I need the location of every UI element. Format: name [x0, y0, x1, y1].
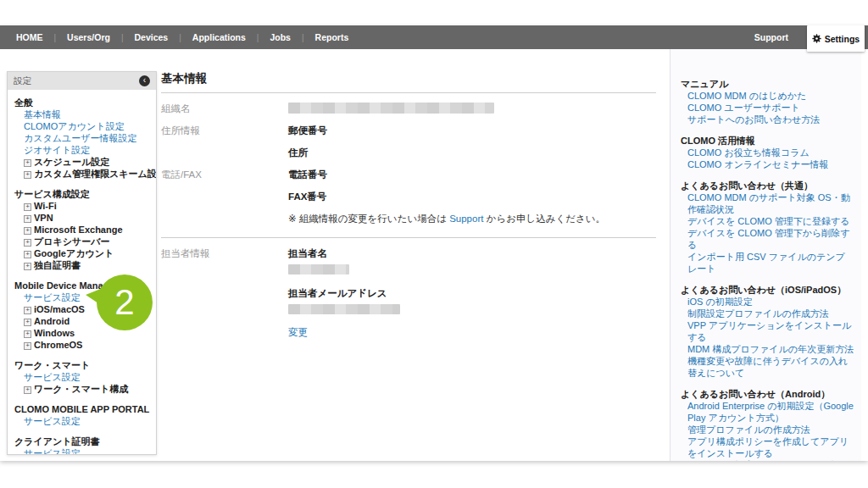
expand-plus-icon[interactable]: +	[24, 342, 31, 350]
expand-plus-icon[interactable]: +	[24, 386, 31, 394]
address-sub-label: 住所	[288, 147, 308, 159]
sidebar-item[interactable]: +プロキシサーバー	[14, 236, 149, 247]
org-change-note: ※ 組織情報の変更を行いたい場合は Support からお申し込みください。	[288, 213, 605, 225]
contact-name-label: 担当者名	[288, 247, 400, 260]
nav-item-reports[interactable]: Reports	[315, 32, 349, 42]
sidebar-item-label: CLOMOアカウント設定	[24, 121, 125, 131]
help-link[interactable]: MDM 構成プロファイルの年次更新方法	[681, 343, 854, 355]
help-link[interactable]: CLOMO オンラインセミナー情報	[681, 158, 854, 170]
expand-plus-icon[interactable]: +	[24, 159, 31, 167]
help-link[interactable]: デバイスを CLOMO 管理下から削除する	[681, 227, 854, 251]
sidebar-item[interactable]: サービス設定	[14, 371, 149, 383]
tel-label: 電話番号	[288, 169, 327, 181]
contact-info-row: 担当者情報 担当者名 担当者メールアドレス 変更	[161, 247, 656, 339]
help-section-title: CLOMO 活用情報	[681, 135, 854, 147]
sidebar-item-label: Googleアカウント	[34, 248, 114, 258]
fax-row: FAX番号	[161, 191, 656, 203]
note-text-suffix: からお申し込みください。	[483, 214, 605, 224]
sidebar-section: CLOMO MOBILE APP PORTALサービス設定	[14, 403, 149, 427]
sidebar-item[interactable]: +Wi-Fi	[14, 200, 149, 212]
sidebar-section-title: サービス構成設定	[14, 188, 149, 200]
expand-plus-icon[interactable]: +	[24, 215, 31, 223]
nav-item-home[interactable]: HOME	[16, 32, 43, 42]
sidebar-item[interactable]: ジオサイト設定	[14, 144, 149, 156]
help-link[interactable]: 制限設定プロファイルの作成方法	[681, 308, 854, 319]
help-section-title: よくあるお問い合わせ（共通）	[681, 180, 854, 191]
sidebar-item-label: プロキシサーバー	[34, 236, 110, 247]
change-link[interactable]: 変更	[288, 326, 308, 339]
sidebar-item[interactable]: +ChromeOS	[14, 339, 149, 351]
phone-row: 電話/FAX 電話番号	[161, 169, 656, 181]
expand-plus-icon[interactable]: +	[24, 239, 31, 247]
postal-code-label: 郵便番号	[288, 125, 327, 137]
sidebar-item[interactable]: サービス設定	[14, 415, 149, 427]
settings-tab-label: Settings	[825, 34, 860, 44]
sidebar-item-label: Windows	[34, 328, 75, 338]
expand-plus-icon[interactable]: +	[24, 227, 31, 235]
sidebar-section-title: クライアント証明書	[14, 435, 149, 447]
help-link[interactable]: CLOMO MDM のはじめかた	[681, 90, 854, 102]
nav-item-support[interactable]: Support	[754, 25, 788, 49]
expand-plus-icon[interactable]: +	[24, 307, 31, 314]
help-link[interactable]: アプリ構成ポリシーを作成してアプリをインストールする	[681, 435, 854, 459]
sidebar-item[interactable]: カスタムユーザー情報設定	[14, 132, 149, 144]
sidebar-item-label: ジオサイト設定	[24, 145, 90, 155]
sidebar-item[interactable]: 基本情報	[14, 108, 149, 120]
nav-separator: |	[302, 33, 304, 42]
expand-plus-icon[interactable]: +	[24, 251, 31, 258]
help-link[interactable]: 管理プロファイルの作成方法	[681, 424, 854, 435]
sidebar-item[interactable]: CLOMOアカウント設定	[14, 120, 149, 132]
help-link[interactable]: 機種変更や故障に伴うデバイスの入れ替えについて	[681, 459, 854, 461]
address-sub-row: 住所	[161, 147, 656, 159]
sidebar-section: 全般基本情報CLOMOアカウント設定カスタムユーザー情報設定ジオサイト設定+スケ…	[14, 97, 149, 180]
help-section-title: マニュアル	[681, 78, 854, 90]
nav-separator: |	[257, 33, 259, 42]
help-link[interactable]: 機種変更や故障に伴うデバイスの入れ替えについて	[681, 355, 854, 379]
nav-item-users-org[interactable]: Users/Org	[67, 32, 110, 42]
help-link[interactable]: VPP アプリケーションをインストールする	[681, 319, 854, 343]
sidebar-item[interactable]: +Microsoft Exchange	[14, 224, 149, 236]
help-link[interactable]: インポート用 CSV ファイルのテンプレート	[681, 251, 854, 274]
sidebar-item-label: iOS/macOS	[34, 304, 85, 314]
expand-plus-icon[interactable]: +	[24, 330, 31, 338]
sidebar-item-label: ワーク・スマート構成	[34, 384, 128, 394]
expand-plus-icon[interactable]: +	[24, 203, 31, 211]
help-link[interactable]: サポートへのお問い合わせ方法	[681, 114, 854, 125]
help-link[interactable]: iOS の初期設定	[681, 296, 854, 308]
expand-plus-icon[interactable]: +	[24, 171, 31, 179]
help-link[interactable]: CLOMO ユーザーサポート	[681, 102, 854, 114]
annotation-step-number: 2	[114, 282, 134, 323]
sidebar-section: クライアント証明書サービス設定サイバートラストデバイスIDクライ	[14, 435, 149, 455]
sidebar-item[interactable]: +独自証明書	[14, 259, 149, 271]
expand-plus-icon[interactable]: +	[24, 319, 31, 326]
help-link[interactable]: CLOMO お役立ち情報コラム	[681, 147, 854, 158]
help-link[interactable]: Android Enterprise の初期設定（Google Play アカウ…	[681, 400, 854, 424]
sidebar-item-label: カスタム管理権限スキーム設定	[34, 169, 157, 179]
help-section: よくあるお問い合わせ（Android）Android Enterprise の初…	[681, 388, 854, 461]
sidebar-item[interactable]: +ワーク・スマート構成	[14, 383, 149, 395]
main-content: 基本情報 組織名 住所情報 郵便番号 住所 電話/FAX 電話番号 FAX番号 …	[161, 71, 656, 339]
help-link[interactable]: デバイスを CLOMO 管理下に登録する	[681, 215, 854, 227]
help-section-title: よくあるお問い合わせ（iOS/iPadOS）	[681, 284, 854, 296]
sidebar-item[interactable]: +スケジュール設定	[14, 156, 149, 168]
nav-item-devices[interactable]: Devices	[135, 32, 169, 42]
sidebar-item[interactable]: +カスタム管理権限スキーム設定	[14, 168, 149, 180]
sidebar-item-label: VPN	[34, 213, 53, 223]
nav-item-jobs[interactable]: Jobs	[270, 32, 291, 42]
nav-tab-settings[interactable]: Settings	[807, 25, 865, 52]
sidebar-item-label: ChromeOS	[34, 340, 82, 350]
help-link[interactable]: CLOMO MDM のサポート対象 OS・動作確認状況	[681, 191, 854, 215]
chevron-left-icon[interactable]: ‹	[139, 75, 150, 86]
contact-name-redacted-value	[288, 264, 349, 274]
sidebar-item[interactable]: サービス設定	[14, 447, 149, 455]
address-row: 住所情報 郵便番号	[161, 125, 656, 137]
sidebar-section-title: 全般	[14, 97, 149, 108]
sidebar-item[interactable]: +VPN	[14, 212, 149, 224]
nav-item-applications[interactable]: Applications	[192, 32, 246, 42]
support-link[interactable]: Support	[449, 214, 483, 224]
nav-items: HOME|Users/Org|Devices|Applications|Jobs…	[5, 32, 359, 42]
expand-plus-icon[interactable]: +	[24, 263, 31, 270]
org-change-note-row: ※ 組織情報の変更を行いたい場合は Support からお申し込みください。	[161, 213, 656, 225]
address-label: 住所情報	[161, 125, 288, 137]
sidebar-item[interactable]: +Googleアカウント	[14, 247, 149, 259]
